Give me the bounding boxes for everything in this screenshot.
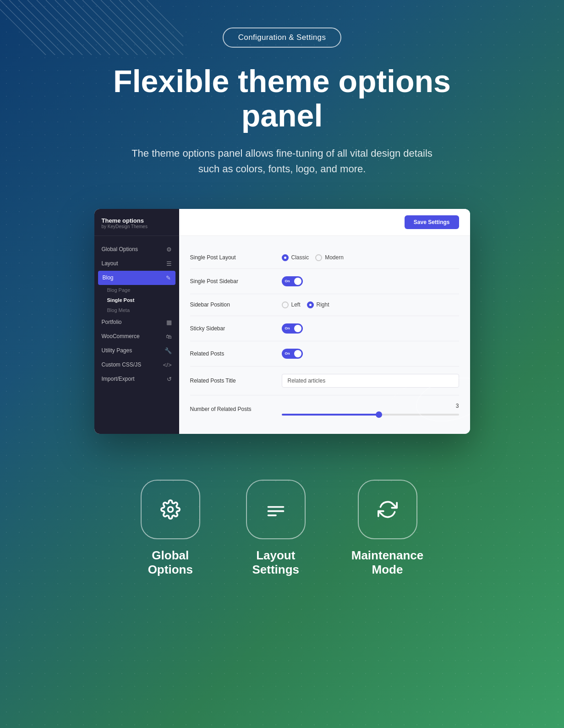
- layout-settings-icon-wrap: [246, 480, 306, 539]
- sidebar-item-custom-css[interactable]: Custom CSS/JS </>: [94, 358, 179, 372]
- sidebar-item-layout[interactable]: Layout ☰: [94, 257, 179, 271]
- toggle-sticky-knob: [294, 325, 301, 332]
- radio-label-modern: Modern: [325, 254, 344, 261]
- page-heading: Flexible theme options panel: [76, 64, 488, 133]
- global-options-label: GlobalOptions: [148, 548, 193, 577]
- save-settings-button[interactable]: Save Settings: [405, 215, 459, 229]
- sidebar-title-sub: by KeyDesign Themes: [102, 224, 172, 229]
- sidebar-title-main: Theme options: [102, 217, 172, 224]
- label-sticky-sidebar: Sticky Sidebar: [190, 325, 282, 332]
- wrench-icon: 🔧: [164, 347, 172, 354]
- sidebar-item-utility-pages[interactable]: Utility Pages 🔧: [94, 344, 179, 358]
- panel-header: Save Settings: [179, 209, 470, 236]
- radio-circle-modern: [315, 254, 322, 261]
- layout-settings-label: LayoutSettings: [252, 548, 299, 577]
- theme-panel: Theme options by KeyDesign Themes Global…: [94, 209, 470, 434]
- radio-right[interactable]: Right: [307, 301, 329, 308]
- feature-layout-settings: LayoutSettings: [246, 480, 306, 577]
- shop-icon: 🛍: [166, 333, 172, 340]
- control-related-posts: On: [282, 349, 459, 359]
- control-related-title: [282, 374, 459, 388]
- radio-circle-classic: [282, 254, 289, 261]
- radio-layout: Classic Modern: [282, 254, 344, 261]
- sidebar-item-import-export[interactable]: Import/Export ↺: [94, 372, 179, 386]
- toggle-related-knob: [294, 350, 301, 357]
- global-options-icon-wrap: [141, 480, 200, 539]
- sidebar-header: Theme options by KeyDesign Themes: [94, 217, 179, 236]
- control-sidebar-position: Left Right: [282, 301, 459, 308]
- svg-point-18: [168, 507, 173, 512]
- radio-classic[interactable]: Classic: [282, 254, 309, 261]
- sidebar-item-blog-meta[interactable]: Blog Meta: [94, 305, 179, 315]
- list-icon: ☰: [166, 260, 172, 267]
- label-single-post-layout: Single Post Layout: [190, 254, 282, 261]
- slider-fill: [282, 414, 379, 416]
- maintenance-mode-label: MaintenanceMode: [351, 548, 424, 577]
- sidebar-label-utility: Utility Pages: [102, 347, 132, 354]
- label-single-post-sidebar: Single Post Sidebar: [190, 278, 282, 285]
- sidebar-item-global-options[interactable]: Global Options ⚙: [94, 242, 179, 257]
- code-icon: </>: [163, 361, 172, 368]
- sidebar-label-woocommerce: WooCommerce: [102, 333, 140, 339]
- control-num-related[interactable]: 3: [282, 403, 459, 416]
- slider-container[interactable]: [282, 414, 459, 416]
- setting-row-related-title: Related Posts Title: [190, 367, 459, 395]
- setting-row-sticky: Sticky Sidebar On: [190, 316, 459, 341]
- radio-modern[interactable]: Modern: [315, 254, 344, 261]
- sidebar-label-global-options: Global Options: [102, 246, 138, 252]
- sidebar-label-import: Import/Export: [102, 376, 135, 382]
- radio-label-right: Right: [317, 301, 329, 308]
- refresh-arrows-icon: [378, 499, 398, 520]
- sidebar-label-portfolio: Portfolio: [102, 319, 122, 325]
- portfolio-icon: ▦: [166, 319, 172, 326]
- toggle-related-label: On: [285, 351, 290, 356]
- sidebar: Theme options by KeyDesign Themes Global…: [94, 209, 179, 434]
- radio-circle-left: [282, 301, 289, 308]
- page-subtext: The theme options panel allows fine-tuni…: [126, 146, 438, 177]
- radio-label-left: Left: [291, 301, 301, 308]
- sidebar-item-single-post[interactable]: Single Post: [94, 295, 179, 305]
- control-sticky-sidebar: On: [282, 323, 459, 334]
- sidebar-label-blog: Blog: [103, 274, 114, 281]
- slider-value-display: 3: [282, 403, 459, 409]
- gear-icon: ⚙: [166, 246, 172, 253]
- sidebar-label-layout: Layout: [102, 260, 118, 267]
- label-num-related: Number of Related Posts: [190, 406, 282, 412]
- slider-track: [282, 414, 459, 416]
- settings-body: Single Post Layout Classic Modern: [179, 236, 470, 434]
- toggle-single-post-sidebar[interactable]: On: [282, 276, 303, 286]
- toggle-sticky-label: On: [285, 326, 290, 330]
- layout-lines-icon: [266, 499, 286, 520]
- edit-icon: ✎: [166, 274, 171, 281]
- config-badge: Configuration & Settings: [223, 27, 342, 48]
- toggle-label-on: On: [285, 279, 290, 283]
- setting-row-layout: Single Post Layout Classic Modern: [190, 247, 459, 269]
- feature-maintenance-mode: MaintenanceMode: [351, 480, 424, 577]
- control-single-post-sidebar: On: [282, 276, 459, 286]
- sidebar-item-portfolio[interactable]: Portfolio ▦: [94, 315, 179, 329]
- radio-left[interactable]: Left: [282, 301, 301, 308]
- radio-label-classic: Classic: [291, 254, 309, 261]
- sidebar-label-css: Custom CSS/JS: [102, 361, 142, 368]
- setting-row-sidebar: Single Post Sidebar On: [190, 269, 459, 294]
- setting-row-related-posts: Related Posts On: [190, 341, 459, 367]
- setting-row-sidebar-position: Sidebar Position Left Right: [190, 294, 459, 316]
- sidebar-item-woocommerce[interactable]: WooCommerce 🛍: [94, 329, 179, 344]
- related-posts-title-input[interactable]: [282, 374, 459, 388]
- features-section: GlobalOptions LayoutSettings: [141, 480, 424, 604]
- sidebar-item-blog[interactable]: Blog ✎: [98, 271, 175, 285]
- control-single-post-layout: Classic Modern: [282, 254, 459, 261]
- label-related-posts: Related Posts: [190, 350, 282, 357]
- radio-circle-right: [307, 301, 314, 308]
- feature-global-options: GlobalOptions: [141, 480, 200, 577]
- toggle-knob: [294, 278, 301, 285]
- toggle-sticky-sidebar[interactable]: On: [282, 323, 303, 334]
- maintenance-icon-wrap: [358, 480, 417, 539]
- label-related-posts-title: Related Posts Title: [190, 378, 282, 384]
- refresh-icon: ↺: [167, 376, 172, 383]
- label-sidebar-position: Sidebar Position: [190, 301, 282, 308]
- setting-row-num-related: Number of Related Posts 3: [190, 395, 459, 423]
- slider-thumb[interactable]: [376, 411, 382, 418]
- toggle-related-posts[interactable]: On: [282, 349, 303, 359]
- sidebar-item-blog-page[interactable]: Blog Page: [94, 285, 179, 295]
